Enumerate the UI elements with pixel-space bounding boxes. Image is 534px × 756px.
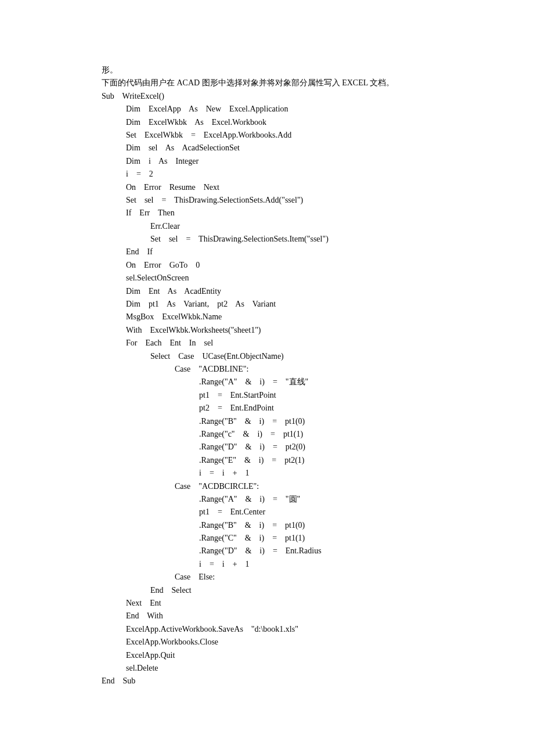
code-line: pt1 = Ent.StartPoint [102, 389, 476, 402]
code-line: End With [102, 610, 476, 622]
code-line: Case "ACDBCIRCLE": [102, 480, 476, 493]
code-line: .Range("A" & i) = "直线" [102, 376, 476, 388]
code-line: .Range("B" & i) = pt1(0) [102, 415, 476, 428]
code-line: Sub WriteExcel() [102, 90, 476, 103]
code-line: 形。 [102, 64, 476, 77]
code-line: MsgBox ExcelWkbk.Name [102, 311, 476, 323]
code-line: .Range("D" & i) = Ent.Radius [102, 545, 476, 557]
code-line: .Range("C" & i) = pt1(1) [102, 532, 476, 545]
code-line: Select Case UCase(Ent.ObjectName) [102, 350, 476, 363]
code-line: 下面的代码由用户在 ACAD 图形中选择对象并将对象部分属性写入 EXCEL 文… [102, 77, 476, 89]
code-line: Next Ent [102, 597, 476, 610]
code-line: End Select [102, 584, 476, 597]
code-line: Err.Clear [102, 220, 476, 233]
code-line: Dim ExcelWkbk As Excel.Workbook [102, 116, 476, 129]
code-line: .Range("B" & i) = pt1(0) [102, 519, 476, 532]
code-line: i = i + 1 [102, 558, 476, 571]
code-line: Dim i As Integer [102, 155, 476, 168]
code-line: sel.SelectOnScreen [102, 272, 476, 285]
code-line: sel.Delete [102, 662, 476, 675]
code-line: ExcelApp.Quit [102, 649, 476, 662]
code-line: With ExcelWkbk.Worksheets("sheet1") [102, 324, 476, 337]
code-line: On Error Resume Next [102, 181, 476, 194]
code-line: Set sel = ThisDrawing.SelectionSets.Item… [102, 233, 476, 246]
code-line: pt2 = Ent.EndPoint [102, 402, 476, 415]
code-line: .Range("E" & i) = pt2(1) [102, 454, 476, 467]
code-line: i = i + 1 [102, 467, 476, 480]
code-line: Dim pt1 As Variant, pt2 As Variant [102, 298, 476, 311]
code-line: Dim sel As AcadSelectionSet [102, 142, 476, 154]
code-line: Dim ExcelApp As New Excel.Application [102, 103, 476, 116]
code-line: .Range("c" & i) = pt1(1) [102, 428, 476, 441]
code-line: Case "ACDBLINE": [102, 363, 476, 376]
code-line: Dim Ent As AcadEntity [102, 285, 476, 298]
code-line: .Range("D" & i) = pt2(0) [102, 441, 476, 453]
document-page: 形。下面的代码由用户在 ACAD 图形中选择对象并将对象部分属性写入 EXCEL… [0, 0, 534, 756]
code-line: If Err Then [102, 207, 476, 219]
code-line: Set sel = ThisDrawing.SelectionSets.Add(… [102, 194, 476, 207]
code-line: ExcelApp.Workbooks.Close [102, 636, 476, 649]
code-line: End If [102, 246, 476, 258]
code-line: .Range("A" & i) = "圆" [102, 493, 476, 506]
code-line: pt1 = Ent.Center [102, 506, 476, 519]
code-line: On Error GoTo 0 [102, 259, 476, 272]
code-line: End Sub [102, 675, 476, 687]
code-line: For Each Ent In sel [102, 337, 476, 350]
code-line: ExcelApp.ActiveWorkbook.SaveAs "d:\book1… [102, 623, 476, 636]
code-line: i = 2 [102, 168, 476, 181]
code-line: Set ExcelWkbk = ExcelApp.Workbooks.Add [102, 129, 476, 142]
code-line: Case Else: [102, 571, 476, 584]
